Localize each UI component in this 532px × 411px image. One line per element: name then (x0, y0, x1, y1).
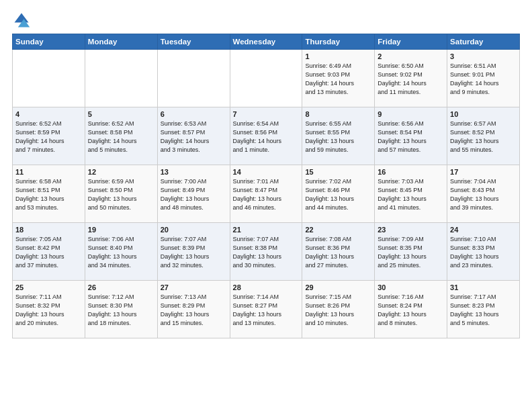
col-monday: Monday (85, 34, 157, 50)
day-number: 18 (15, 226, 82, 234)
day-info: Sunrise: 7:17 AM Sunset: 8:23 PM Dayligh… (450, 293, 517, 328)
calendar-cell: 5Sunrise: 6:52 AM Sunset: 8:58 PM Daylig… (85, 107, 157, 165)
day-info: Sunrise: 7:02 AM Sunset: 8:46 PM Dayligh… (305, 177, 371, 212)
day-number: 24 (450, 226, 517, 234)
day-info: Sunrise: 6:52 AM Sunset: 8:59 PM Dayligh… (15, 120, 82, 154)
calendar-cell: 13Sunrise: 7:00 AM Sunset: 8:49 PM Dayli… (157, 165, 230, 223)
calendar-week-5: 25Sunrise: 7:11 AM Sunset: 8:32 PM Dayli… (13, 281, 520, 338)
day-info: Sunrise: 7:16 AM Sunset: 8:24 PM Dayligh… (378, 293, 444, 328)
day-number: 10 (450, 110, 517, 118)
day-info: Sunrise: 7:00 AM Sunset: 8:49 PM Dayligh… (161, 177, 227, 212)
calendar-body: 1Sunrise: 6:49 AM Sunset: 9:03 PM Daylig… (13, 50, 520, 338)
calendar-cell (85, 50, 157, 107)
calendar-cell: 30Sunrise: 7:16 AM Sunset: 8:24 PM Dayli… (375, 281, 447, 338)
day-number: 25 (15, 283, 82, 291)
calendar-cell: 11Sunrise: 6:58 AM Sunset: 8:51 PM Dayli… (13, 165, 85, 223)
col-wednesday: Wednesday (230, 34, 302, 50)
col-saturday: Saturday (447, 34, 520, 50)
day-info: Sunrise: 7:12 AM Sunset: 8:30 PM Dayligh… (88, 293, 154, 328)
day-number: 20 (161, 226, 227, 234)
day-info: Sunrise: 6:50 AM Sunset: 9:02 PM Dayligh… (378, 62, 444, 97)
calendar-week-1: 1Sunrise: 6:49 AM Sunset: 9:03 PM Daylig… (13, 50, 520, 107)
calendar-header: Sunday Monday Tuesday Wednesday Thursday… (13, 34, 520, 50)
col-sunday: Sunday (13, 34, 85, 50)
day-info: Sunrise: 6:53 AM Sunset: 8:57 PM Dayligh… (161, 120, 227, 154)
day-info: Sunrise: 7:01 AM Sunset: 8:47 PM Dayligh… (233, 177, 300, 212)
day-info: Sunrise: 7:09 AM Sunset: 8:35 PM Dayligh… (378, 235, 444, 270)
day-info: Sunrise: 6:54 AM Sunset: 8:56 PM Dayligh… (233, 120, 300, 154)
day-number: 2 (378, 52, 444, 60)
svg-marker-0 (15, 13, 29, 23)
calendar-cell: 18Sunrise: 7:05 AM Sunset: 8:42 PM Dayli… (13, 223, 85, 281)
day-info: Sunrise: 6:49 AM Sunset: 9:03 PM Dayligh… (305, 62, 371, 97)
day-info: Sunrise: 6:59 AM Sunset: 8:50 PM Dayligh… (88, 177, 154, 212)
calendar-cell: 7Sunrise: 6:54 AM Sunset: 8:56 PM Daylig… (230, 107, 302, 165)
day-info: Sunrise: 7:10 AM Sunset: 8:33 PM Dayligh… (450, 235, 517, 270)
day-number: 22 (305, 226, 371, 234)
calendar-cell: 3Sunrise: 6:51 AM Sunset: 9:01 PM Daylig… (447, 50, 520, 107)
calendar-cell: 29Sunrise: 7:15 AM Sunset: 8:26 PM Dayli… (302, 281, 375, 338)
day-info: Sunrise: 7:08 AM Sunset: 8:36 PM Dayligh… (305, 235, 371, 270)
calendar-cell: 25Sunrise: 7:11 AM Sunset: 8:32 PM Dayli… (13, 281, 85, 338)
day-number: 5 (88, 110, 154, 118)
day-info: Sunrise: 7:07 AM Sunset: 8:39 PM Dayligh… (161, 235, 227, 270)
day-number: 4 (15, 110, 82, 118)
day-info: Sunrise: 7:13 AM Sunset: 8:29 PM Dayligh… (161, 293, 227, 328)
day-info: Sunrise: 6:58 AM Sunset: 8:51 PM Dayligh… (15, 177, 82, 212)
calendar-cell: 22Sunrise: 7:08 AM Sunset: 8:36 PM Dayli… (302, 223, 375, 281)
calendar-cell: 9Sunrise: 6:56 AM Sunset: 8:54 PM Daylig… (375, 107, 447, 165)
day-number: 31 (450, 283, 517, 291)
day-number: 6 (161, 110, 227, 118)
calendar-cell: 31Sunrise: 7:17 AM Sunset: 8:23 PM Dayli… (447, 281, 520, 338)
calendar-week-3: 11Sunrise: 6:58 AM Sunset: 8:51 PM Dayli… (13, 165, 520, 223)
day-number: 13 (161, 168, 227, 176)
calendar-cell: 10Sunrise: 6:57 AM Sunset: 8:52 PM Dayli… (447, 107, 520, 165)
day-info: Sunrise: 7:15 AM Sunset: 8:26 PM Dayligh… (305, 293, 371, 328)
day-number: 7 (233, 110, 300, 118)
day-info: Sunrise: 6:51 AM Sunset: 9:01 PM Dayligh… (450, 62, 517, 97)
day-number: 15 (305, 168, 371, 176)
day-number: 29 (305, 283, 371, 291)
header (12, 11, 520, 30)
calendar-cell: 20Sunrise: 7:07 AM Sunset: 8:39 PM Dayli… (157, 223, 230, 281)
calendar-table: Sunday Monday Tuesday Wednesday Thursday… (12, 34, 520, 338)
day-number: 27 (161, 283, 227, 291)
header-row: Sunday Monday Tuesday Wednesday Thursday… (13, 34, 520, 50)
day-info: Sunrise: 6:55 AM Sunset: 8:55 PM Dayligh… (305, 120, 371, 154)
day-number: 19 (88, 226, 154, 234)
calendar-cell: 16Sunrise: 7:03 AM Sunset: 8:45 PM Dayli… (375, 165, 447, 223)
day-number: 17 (450, 168, 517, 176)
calendar-cell (157, 50, 230, 107)
logo-icon (12, 11, 31, 30)
col-friday: Friday (375, 34, 447, 50)
day-info: Sunrise: 7:07 AM Sunset: 8:38 PM Dayligh… (233, 235, 300, 270)
day-info: Sunrise: 7:04 AM Sunset: 8:43 PM Dayligh… (450, 177, 517, 212)
page: Sunday Monday Tuesday Wednesday Thursday… (0, 0, 532, 411)
calendar-cell: 17Sunrise: 7:04 AM Sunset: 8:43 PM Dayli… (447, 165, 520, 223)
calendar-week-2: 4Sunrise: 6:52 AM Sunset: 8:59 PM Daylig… (13, 107, 520, 165)
day-number: 3 (450, 52, 517, 60)
calendar-cell: 27Sunrise: 7:13 AM Sunset: 8:29 PM Dayli… (157, 281, 230, 338)
day-info: Sunrise: 7:11 AM Sunset: 8:32 PM Dayligh… (15, 293, 82, 328)
day-number: 11 (15, 168, 82, 176)
day-number: 30 (378, 283, 444, 291)
day-info: Sunrise: 7:14 AM Sunset: 8:27 PM Dayligh… (233, 293, 300, 328)
day-info: Sunrise: 7:05 AM Sunset: 8:42 PM Dayligh… (15, 235, 82, 270)
day-number: 1 (305, 52, 371, 60)
col-thursday: Thursday (302, 34, 375, 50)
day-info: Sunrise: 7:03 AM Sunset: 8:45 PM Dayligh… (378, 177, 444, 212)
calendar-week-4: 18Sunrise: 7:05 AM Sunset: 8:42 PM Dayli… (13, 223, 520, 281)
calendar-cell: 26Sunrise: 7:12 AM Sunset: 8:30 PM Dayli… (85, 281, 157, 338)
day-number: 9 (378, 110, 444, 118)
calendar-cell: 6Sunrise: 6:53 AM Sunset: 8:57 PM Daylig… (157, 107, 230, 165)
day-number: 16 (378, 168, 444, 176)
day-number: 28 (233, 283, 300, 291)
day-number: 8 (305, 110, 371, 118)
day-info: Sunrise: 6:52 AM Sunset: 8:58 PM Dayligh… (88, 120, 154, 154)
calendar-cell: 28Sunrise: 7:14 AM Sunset: 8:27 PM Dayli… (230, 281, 302, 338)
day-number: 14 (233, 168, 300, 176)
calendar-cell (230, 50, 302, 107)
day-info: Sunrise: 6:56 AM Sunset: 8:54 PM Dayligh… (378, 120, 444, 154)
col-tuesday: Tuesday (157, 34, 230, 50)
calendar-cell: 23Sunrise: 7:09 AM Sunset: 8:35 PM Dayli… (375, 223, 447, 281)
